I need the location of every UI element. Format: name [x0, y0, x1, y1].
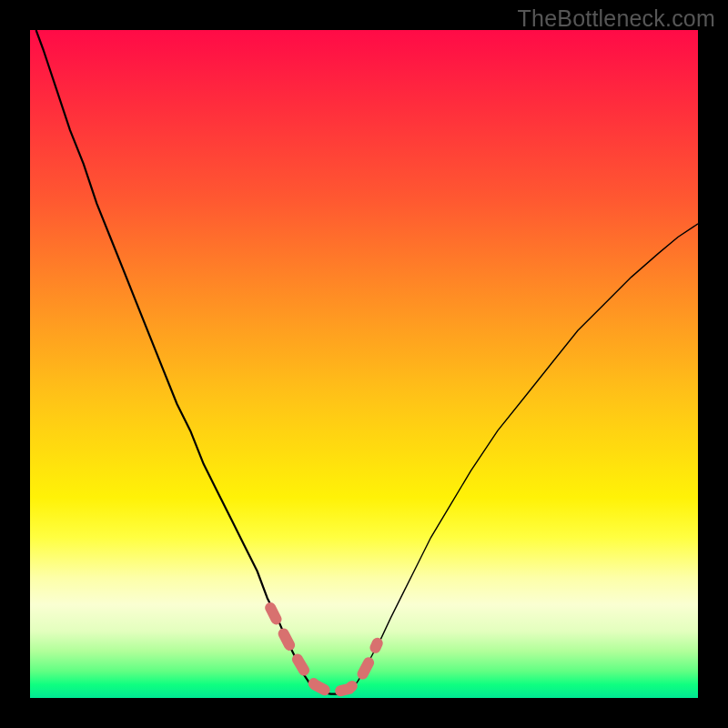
watermark-text: TheBottleneck.com [518, 5, 715, 32]
bottleneck-highlight [270, 608, 378, 692]
plot-area [30, 30, 698, 698]
curve-layer [30, 30, 698, 698]
chart-frame: TheBottleneck.com [0, 0, 728, 728]
right-curve [350, 224, 698, 690]
left-curve [36, 30, 351, 694]
